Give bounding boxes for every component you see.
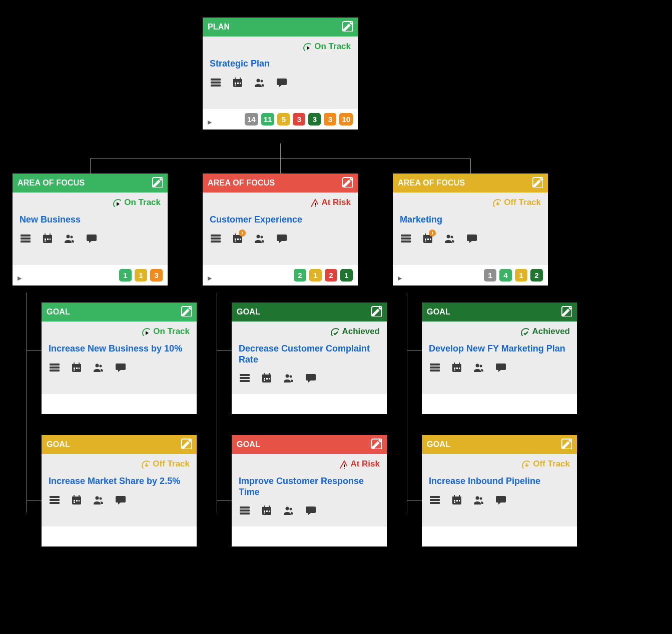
chat-icon[interactable]: [305, 504, 316, 518]
goal-card: GOAL Achieved Develop New FY Marketing P…: [422, 302, 577, 414]
expand-icon[interactable]: ▶: [398, 275, 402, 282]
calendar-icon[interactable]: [232, 76, 243, 90]
goal-card: GOAL Achieved Decrease Customer Complain…: [232, 302, 387, 414]
stack-icon[interactable]: [49, 494, 60, 507]
calendar-icon[interactable]: [261, 372, 272, 385]
stack-icon[interactable]: [20, 232, 31, 246]
chat-icon[interactable]: [305, 372, 316, 385]
count-badge[interactable]: 3: [324, 113, 336, 126]
chat-icon[interactable]: [115, 494, 126, 507]
count-badge[interactable]: 1: [515, 269, 527, 282]
warning-icon: [309, 198, 318, 207]
users-icon[interactable]: [254, 76, 265, 90]
users-icon[interactable]: [473, 494, 484, 507]
goal-status: Off Track: [429, 459, 570, 469]
count-badge[interactable]: 1: [340, 269, 353, 282]
users-icon[interactable]: [283, 504, 294, 518]
calendar-icon[interactable]: [451, 362, 462, 374]
chat-icon[interactable]: [466, 232, 477, 246]
count-badge[interactable]: 11: [261, 113, 275, 126]
area-title[interactable]: Customer Experience: [210, 214, 351, 226]
goal-title[interactable]: Increase Inbound Pipeline: [429, 476, 570, 487]
users-icon[interactable]: [64, 232, 75, 246]
check-circle-icon: [330, 327, 339, 336]
count-badge[interactable]: 1: [484, 269, 496, 282]
stack-icon[interactable]: [429, 362, 440, 374]
status-text: On Track: [153, 326, 190, 336]
users-icon[interactable]: [254, 232, 265, 246]
goal-title[interactable]: Develop New FY Marketing Plan: [429, 344, 570, 354]
edit-icon[interactable]: [342, 176, 353, 190]
goal-card: GOAL Off Track Increase Inbound Pipeline: [422, 435, 577, 546]
goal-header: GOAL: [422, 435, 577, 454]
goal-title[interactable]: Increase Market Share by 2.5%: [49, 476, 190, 487]
calendar-icon[interactable]: [71, 362, 82, 374]
users-icon[interactable]: [283, 372, 294, 385]
users-icon[interactable]: [93, 494, 104, 507]
area-type-label: AREA OF FOCUS: [208, 178, 275, 188]
chat-icon[interactable]: [495, 362, 506, 374]
goal-card: GOAL At Risk Improve Customer Response T…: [232, 435, 387, 546]
arrow-down-circle-icon: [141, 460, 150, 468]
status-text: Achieved: [342, 326, 380, 336]
area-title[interactable]: New Business: [20, 214, 161, 226]
edit-icon[interactable]: [561, 438, 572, 451]
chat-icon[interactable]: [276, 232, 287, 246]
edit-icon[interactable]: [371, 306, 382, 318]
count-badge[interactable]: 3: [308, 113, 321, 126]
area-status: Off Track: [400, 198, 541, 208]
stack-icon[interactable]: [210, 76, 221, 90]
stack-icon[interactable]: [49, 362, 60, 374]
expand-icon[interactable]: ▶: [18, 275, 22, 282]
stack-icon[interactable]: [400, 232, 411, 246]
calendar-icon[interactable]: [451, 494, 462, 507]
area-card: AREA OF FOCUS On Track New Business ▶ 1 …: [13, 174, 168, 286]
count-badge[interactable]: 1: [119, 269, 132, 282]
stack-icon[interactable]: [239, 372, 250, 385]
count-badge[interactable]: 2: [325, 269, 337, 282]
goal-title[interactable]: Increase New Business by 10%: [49, 344, 190, 354]
edit-icon[interactable]: [181, 438, 192, 451]
chat-icon[interactable]: [495, 494, 506, 507]
area-title[interactable]: Marketing: [400, 214, 541, 226]
count-badge[interactable]: 5: [277, 113, 290, 126]
chat-icon[interactable]: [86, 232, 97, 246]
stack-icon[interactable]: [210, 232, 221, 246]
calendar-icon[interactable]: [261, 504, 272, 518]
edit-icon[interactable]: [561, 306, 572, 318]
chat-icon[interactable]: [276, 76, 287, 90]
count-badge[interactable]: 1: [309, 269, 322, 282]
count-badge[interactable]: 3: [293, 113, 305, 126]
count-badge[interactable]: 14: [245, 113, 258, 126]
area-header: AREA OF FOCUS: [13, 174, 168, 192]
edit-icon[interactable]: [152, 176, 163, 190]
users-icon[interactable]: [473, 362, 484, 374]
edit-icon[interactable]: [181, 306, 192, 318]
goal-card: GOAL On Track Increase New Business by 1…: [42, 302, 197, 414]
stack-icon[interactable]: [429, 494, 440, 507]
count-badge[interactable]: 10: [339, 113, 353, 126]
status-text: On Track: [314, 42, 351, 52]
plan-title[interactable]: Strategic Plan: [210, 58, 351, 70]
stack-icon[interactable]: [239, 504, 250, 518]
count-badge[interactable]: 3: [150, 269, 163, 282]
plan-icon-row: [210, 76, 351, 90]
count-badge[interactable]: 2: [294, 269, 306, 282]
calendar-icon[interactable]: [71, 494, 82, 507]
edit-icon[interactable]: [532, 176, 543, 190]
count-badge[interactable]: 4: [499, 269, 512, 282]
calendar-icon[interactable]: [42, 232, 53, 246]
users-icon[interactable]: [93, 362, 104, 374]
count-badge[interactable]: 1: [135, 269, 147, 282]
goal-status: Achieved: [429, 326, 570, 336]
count-badge[interactable]: 2: [530, 269, 543, 282]
edit-icon[interactable]: [342, 20, 353, 34]
expand-icon[interactable]: ▶: [208, 119, 212, 126]
chat-icon[interactable]: [115, 362, 126, 374]
goal-title[interactable]: Decrease Customer Complaint Rate: [239, 344, 380, 365]
edit-icon[interactable]: [371, 438, 382, 451]
goal-title[interactable]: Improve Customer Response Time: [239, 476, 380, 498]
arrow-right-circle-icon: [302, 42, 311, 51]
users-icon[interactable]: [444, 232, 455, 246]
expand-icon[interactable]: ▶: [208, 275, 212, 282]
